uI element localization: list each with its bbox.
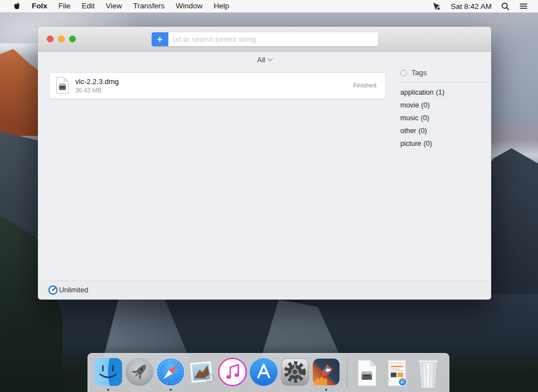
dock-item-launchpad[interactable] <box>124 354 155 392</box>
running-indicator <box>107 389 109 391</box>
tag-count: (0) <box>421 114 429 122</box>
menu-item-window[interactable]: Window <box>170 0 208 12</box>
dock-item-mail[interactable] <box>186 354 217 392</box>
menu-item-edit[interactable]: Edit <box>76 0 100 12</box>
tag-label: application <box>400 89 434 96</box>
dmg-file-icon <box>355 359 379 387</box>
menu-item-help[interactable]: Help <box>208 0 235 12</box>
filter-dropdown-value: All <box>257 56 265 64</box>
dock-item-system-preferences[interactable] <box>279 354 311 392</box>
dock-item-itunes[interactable] <box>217 354 248 392</box>
dock-item-folx[interactable] <box>311 354 342 392</box>
tag-item-picture[interactable]: picture(0) <box>400 138 487 150</box>
dock-item-app-store[interactable] <box>248 354 279 392</box>
download-size: 36.43 MB <box>75 87 101 94</box>
folx-icon <box>312 357 341 386</box>
chevron-down-icon <box>267 56 273 61</box>
trash-icon <box>415 358 441 389</box>
tag-label: picture <box>400 140 421 148</box>
tag-label: movie <box>400 101 419 109</box>
tag-count: (0) <box>421 101 429 109</box>
webpage-file-icon <box>385 359 409 387</box>
dock-separator <box>347 358 347 388</box>
app-store-icon <box>249 357 278 386</box>
download-item[interactable]: vlc-2.2.3.dmg 36.43 MB Finished <box>49 72 386 99</box>
dock-item-dmg-file[interactable] <box>352 354 382 392</box>
tag-count: (0) <box>424 140 432 148</box>
menu-bar-status-area: Sat 8:42 AM <box>429 2 538 11</box>
running-indicator <box>169 389 172 391</box>
close-button[interactable] <box>47 36 54 42</box>
tags-title: Tags <box>411 68 426 77</box>
dock-item-safari[interactable] <box>155 354 186 392</box>
minimize-button[interactable] <box>58 36 65 42</box>
speed-mode-label[interactable]: Unlimited <box>59 286 88 294</box>
dock-item-webpage-file[interactable] <box>382 354 412 392</box>
system-preferences-icon <box>280 357 309 386</box>
dmg-file-icon <box>56 77 69 94</box>
tags-divider <box>400 82 487 82</box>
tag-label: music <box>400 114 419 122</box>
url-search-bar: + <box>152 32 378 46</box>
launchpad-icon <box>125 357 154 386</box>
window-titlebar[interactable]: + <box>38 27 491 52</box>
tags-header[interactable]: Tags <box>400 68 487 77</box>
mail-icon <box>187 357 216 386</box>
tag-item-other[interactable]: other(0) <box>400 125 487 138</box>
spotlight-search-icon[interactable] <box>499 2 512 11</box>
dock <box>88 353 449 392</box>
zoom-button[interactable] <box>69 36 76 42</box>
tag-item-application[interactable]: application(1) <box>400 86 487 99</box>
apple-menu[interactable] <box>8 2 26 11</box>
menu-bar-clock[interactable]: Sat 8:42 AM <box>448 2 494 11</box>
notification-center-icon[interactable] <box>517 2 530 10</box>
menu-item-view[interactable]: View <box>100 0 128 12</box>
desktop: Folx File Edit View Transfers Window Hel… <box>0 0 538 392</box>
speed-gauge-icon[interactable] <box>48 285 58 295</box>
folx-window: + All vlc-2.2.3.dmg 36.43 MB Finished <box>38 27 491 300</box>
menu-item-file[interactable]: File <box>53 0 76 12</box>
tags-list: application(1) movie(0) music(0) other(0… <box>400 86 487 150</box>
menu-item-folx[interactable]: Folx <box>26 0 53 12</box>
menu-bar: Folx File Edit View Transfers Window Hel… <box>0 0 538 13</box>
download-status: Finished <box>353 82 376 89</box>
traffic-lights <box>47 36 76 42</box>
url-search-input[interactable] <box>168 32 378 46</box>
tag-item-music[interactable]: music(0) <box>400 112 487 125</box>
add-download-button[interactable]: + <box>152 32 168 46</box>
running-indicator <box>325 389 327 391</box>
dock-item-finder[interactable] <box>93 354 124 392</box>
tag-label: other <box>400 127 416 135</box>
apple-icon <box>13 2 21 11</box>
finder-icon <box>94 357 123 386</box>
menu-item-transfers[interactable]: Transfers <box>128 0 171 12</box>
window-content: All vlc-2.2.3.dmg 36.43 MB Finished <box>38 52 491 281</box>
tag-item-movie[interactable]: movie(0) <box>400 99 487 112</box>
tags-circle-icon <box>400 70 407 76</box>
filter-dropdown[interactable]: All <box>38 56 491 64</box>
menu-bar-left: Folx File Edit View Transfers Window Hel… <box>0 0 235 12</box>
tag-count: (1) <box>436 89 444 96</box>
itunes-icon <box>218 357 247 386</box>
folx-menubar-icon[interactable] <box>429 2 443 11</box>
safari-icon <box>156 357 185 386</box>
window-status-bar: Unlimited <box>38 281 491 300</box>
dock-item-trash[interactable] <box>412 354 444 392</box>
tag-count: (0) <box>419 127 427 135</box>
download-name: vlc-2.2.3.dmg <box>75 77 119 86</box>
tags-panel: Tags application(1) movie(0) music(0) ot… <box>400 68 487 150</box>
